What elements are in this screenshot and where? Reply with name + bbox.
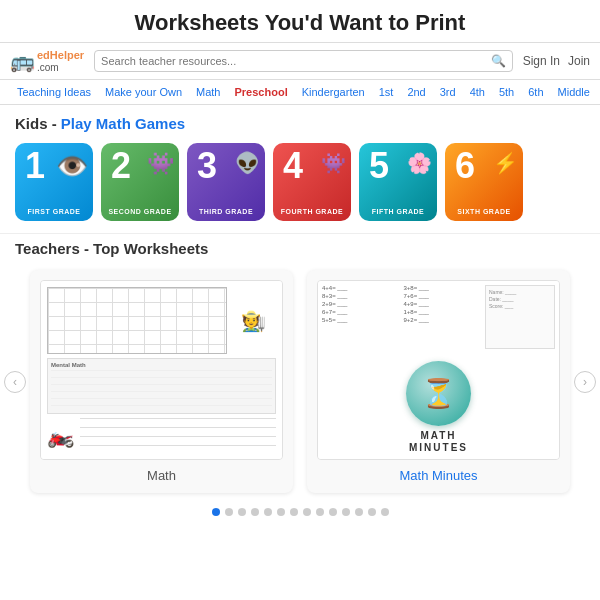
grade-3-label: THIRD GRADE [199, 208, 253, 215]
math-card-title: Math [147, 468, 176, 483]
grade-5-monster-icon: 🌸 [407, 151, 432, 175]
math-minutes-card-title: Math Minutes [399, 468, 477, 483]
dot-2[interactable] [225, 508, 233, 516]
grade-tile-5[interactable]: 5 🌸 FIFTH GRADE [359, 143, 437, 221]
dot-4[interactable] [251, 508, 259, 516]
dot-11[interactable] [342, 508, 350, 516]
nav-3rd[interactable]: 3rd [433, 84, 463, 100]
grade-tile-3[interactable]: 3 👽 THIRD GRADE [187, 143, 265, 221]
cards-container: ‹ 🧑‍🌾 Mental Math 🏍️ [0, 265, 600, 498]
nav-auth: Sign In Join [523, 54, 590, 68]
grade-1-label: FIRST GRADE [28, 208, 81, 215]
nav-math[interactable]: Math [189, 84, 227, 100]
dot-5[interactable] [264, 508, 272, 516]
logo-domain: .com [37, 62, 84, 73]
signin-link[interactable]: Sign In [523, 54, 560, 68]
grade-tile-6[interactable]: 6 ⚡ SIXTH GRADE [445, 143, 523, 221]
grade-4-monster-icon: 👾 [321, 151, 346, 175]
dot-3[interactable] [238, 508, 246, 516]
grade-5-label: FIFTH GRADE [372, 208, 425, 215]
grade-tile-1[interactable]: 1 👁️ FIRST GRADE [15, 143, 93, 221]
grade-1-number: 1 [25, 148, 45, 184]
nav-6th[interactable]: 6th [521, 84, 550, 100]
grade-tile-4[interactable]: 4 👾 FOURTH GRADE [273, 143, 351, 221]
grade-2-number: 2 [111, 148, 131, 184]
search-input[interactable] [101, 55, 491, 67]
logo-name: edHelper [37, 49, 84, 61]
math-minutes-card-image: 4+4= ___ 8+3= ___ 2+9= ___ 6+7= ___ 5+5=… [317, 280, 560, 460]
nav-5th[interactable]: 5th [492, 84, 521, 100]
carousel-dots [0, 498, 600, 522]
grade-3-monster-icon: 👽 [235, 151, 260, 175]
nav-2nd[interactable]: 2nd [400, 84, 432, 100]
dot-14[interactable] [381, 508, 389, 516]
nav-make-own[interactable]: Make your Own [98, 84, 189, 100]
logo[interactable]: 🚌 edHelper .com [10, 49, 84, 73]
kids-section-label: Kids - Play Math Games [0, 105, 600, 138]
kids-prefix: Kids - [15, 115, 61, 132]
nav-teaching-ideas[interactable]: Teaching Ideas [10, 84, 98, 100]
grade-4-label: FOURTH GRADE [281, 208, 343, 215]
dot-1[interactable] [212, 508, 220, 516]
grade-tile-2[interactable]: 2 👾 SECOND GRADE [101, 143, 179, 221]
math-card-image: 🧑‍🌾 Mental Math 🏍️ [40, 280, 283, 460]
dot-9[interactable] [316, 508, 324, 516]
nav-links: Teaching Ideas Make your Own Math Presch… [0, 80, 600, 105]
nav-kindergarten[interactable]: Kindergarten [295, 84, 372, 100]
carousel-next-button[interactable]: › [574, 371, 596, 393]
play-math-games-link[interactable]: Play Math Games [61, 115, 185, 132]
nav-1st[interactable]: 1st [372, 84, 401, 100]
logo-bus-icon: 🚌 [10, 49, 35, 73]
dot-8[interactable] [303, 508, 311, 516]
nav-bar: 🚌 edHelper .com 🔍 Sign In Join [0, 42, 600, 80]
math-minutes-card[interactable]: 4+4= ___ 8+3= ___ 2+9= ___ 6+7= ___ 5+5=… [307, 270, 570, 493]
page-title: Worksheets You'd Want to Print [0, 10, 600, 36]
nav-4th[interactable]: 4th [463, 84, 492, 100]
teachers-section-label: Teachers - Top Worksheets [0, 233, 600, 265]
grade-5-number: 5 [369, 148, 389, 184]
grade-2-label: SECOND GRADE [108, 208, 171, 215]
grade-6-monster-icon: ⚡ [493, 151, 518, 175]
nav-preschool[interactable]: Preschool [228, 84, 295, 100]
grade-1-monster-icon: 👁️ [56, 151, 88, 182]
page-header: Worksheets You'd Want to Print [0, 0, 600, 42]
grade-4-number: 4 [283, 148, 303, 184]
carousel-prev-button[interactable]: ‹ [4, 371, 26, 393]
search-box[interactable]: 🔍 [94, 50, 513, 72]
dot-12[interactable] [355, 508, 363, 516]
dot-6[interactable] [277, 508, 285, 516]
grade-3-number: 3 [197, 148, 217, 184]
join-link[interactable]: Join [568, 54, 590, 68]
grade-6-number: 6 [455, 148, 475, 184]
dot-7[interactable] [290, 508, 298, 516]
search-icon: 🔍 [491, 54, 506, 68]
grade-tiles: 1 👁️ FIRST GRADE 2 👾 SECOND GRADE 3 👽 TH… [0, 138, 600, 233]
grade-2-monster-icon: 👾 [147, 151, 174, 177]
dot-10[interactable] [329, 508, 337, 516]
math-card[interactable]: 🧑‍🌾 Mental Math 🏍️ Math [30, 270, 293, 493]
dot-13[interactable] [368, 508, 376, 516]
nav-middle[interactable]: Middle [551, 84, 597, 100]
grade-6-label: SIXTH GRADE [457, 208, 510, 215]
